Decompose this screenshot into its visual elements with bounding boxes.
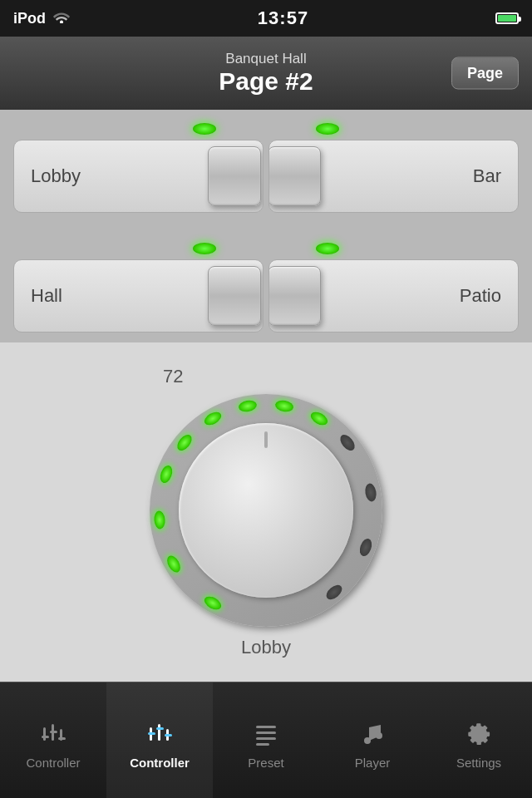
svg-rect-10 xyxy=(156,727,164,730)
tab-settings[interactable]: Settings xyxy=(426,682,532,798)
svg-point-16 xyxy=(364,737,371,744)
zone-indicators-1 xyxy=(13,123,519,135)
page-button[interactable]: Page xyxy=(451,57,519,90)
hall-button-panel[interactable]: Hall xyxy=(13,259,264,332)
led-3 xyxy=(158,464,175,485)
list-icon xyxy=(249,717,283,751)
led-4 xyxy=(175,432,195,453)
knob-track[interactable] xyxy=(150,394,382,627)
wifi-icon xyxy=(52,10,71,27)
svg-rect-13 xyxy=(256,732,276,734)
svg-rect-4 xyxy=(50,731,57,733)
knob-label: Lobby xyxy=(241,637,291,658)
patio-button-panel[interactable]: Patio xyxy=(268,259,519,332)
knob-container[interactable] xyxy=(150,394,382,627)
patio-push-button[interactable] xyxy=(268,266,321,326)
device-label: iPod xyxy=(13,10,46,27)
led-5 xyxy=(202,410,224,428)
bar-led xyxy=(316,123,339,135)
led-2 xyxy=(154,510,166,530)
led-10 xyxy=(364,482,378,502)
svg-rect-12 xyxy=(256,726,276,728)
knob-value: 72 xyxy=(163,366,183,387)
tab-controller2-label: Controller xyxy=(130,756,190,770)
main-content: Lobby Bar Hall xyxy=(0,110,532,682)
led-8 xyxy=(308,410,330,428)
zone-separator xyxy=(13,223,519,243)
led-0 xyxy=(202,594,224,612)
led-1 xyxy=(165,554,183,575)
bar-button-panel[interactable]: Bar xyxy=(268,140,519,213)
nav-bar: Banquet Hall Page #2 Page xyxy=(0,37,532,110)
tab-controller1[interactable]: Controller xyxy=(0,682,106,798)
svg-rect-9 xyxy=(148,732,155,735)
tab-preset-label: Preset xyxy=(248,756,283,770)
sliders-icon xyxy=(37,717,70,751)
led-11 xyxy=(357,537,374,558)
zone-buttons-row-1: Lobby Bar xyxy=(13,140,519,213)
battery-icon xyxy=(495,12,519,24)
lobby-led xyxy=(193,123,216,135)
svg-rect-11 xyxy=(165,734,172,736)
zone-row-2: Hall Patio xyxy=(13,243,519,332)
music-icon xyxy=(356,717,389,751)
bar-push-button[interactable] xyxy=(268,146,321,206)
lobby-button-panel[interactable]: Lobby xyxy=(13,140,264,213)
hall-led xyxy=(193,243,216,254)
led-9 xyxy=(337,432,357,453)
knob-area: 72 Lobby xyxy=(0,342,532,682)
svg-rect-3 xyxy=(42,736,49,738)
tab-preset[interactable]: Preset xyxy=(213,682,319,798)
tab-controller1-label: Controller xyxy=(26,756,80,770)
tab-player-label: Player xyxy=(355,756,391,770)
led-6 xyxy=(238,399,258,413)
svg-rect-15 xyxy=(256,743,269,746)
gear-icon xyxy=(462,717,495,751)
tab-bar: Controller Controller Preset xyxy=(0,682,532,798)
svg-rect-0 xyxy=(43,727,46,741)
zone-buttons-row-2: Hall Patio xyxy=(13,259,519,332)
svg-rect-14 xyxy=(256,737,276,740)
svg-point-17 xyxy=(376,732,382,739)
zones-area: Lobby Bar Hall xyxy=(0,110,532,342)
tab-settings-label: Settings xyxy=(456,756,501,770)
zone-row-1: Lobby Bar xyxy=(13,123,519,213)
nav-title: Page #2 xyxy=(219,67,313,96)
led-12 xyxy=(324,582,345,602)
tab-controller2[interactable]: Controller xyxy=(106,682,213,798)
svg-rect-7 xyxy=(158,724,160,741)
led-7 xyxy=(274,399,294,413)
time-display: 13:57 xyxy=(258,7,308,29)
lobby-push-button[interactable] xyxy=(208,146,261,206)
tab-player[interactable]: Player xyxy=(319,682,426,798)
patio-led xyxy=(316,243,339,254)
knob-main[interactable] xyxy=(179,423,353,598)
svg-rect-5 xyxy=(58,737,66,740)
sliders2-icon xyxy=(143,717,176,751)
hall-push-button[interactable] xyxy=(208,266,261,326)
zone-indicators-2 xyxy=(13,243,519,254)
nav-subtitle: Banquet Hall xyxy=(225,51,306,67)
status-bar: iPod 13:57 xyxy=(0,0,532,37)
